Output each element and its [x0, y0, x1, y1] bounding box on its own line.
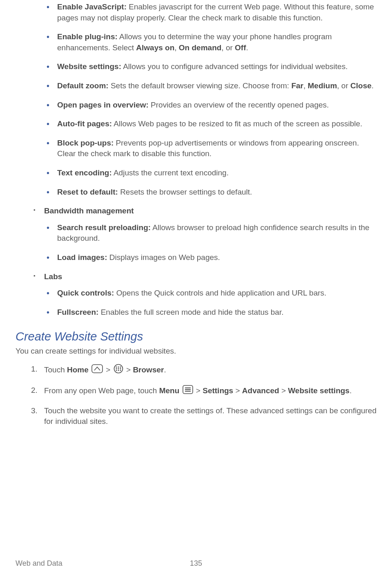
menu-icon — [183, 385, 193, 397]
item-label: Website settings: — [57, 62, 121, 71]
item-desc: Allows Web pages to be resized to fit as… — [112, 119, 362, 128]
svg-point-3 — [118, 367, 119, 368]
home-label: Home — [67, 365, 89, 374]
item-desc: Allows you to configure advanced setting… — [121, 62, 347, 71]
opt: On demand — [179, 43, 222, 52]
list-item: Search result preloading: Allows browser… — [16, 222, 376, 244]
opt: Off — [235, 43, 246, 52]
item-label: Enable plug-ins: — [57, 32, 118, 41]
list-item: Default zoom: Sets the default browser v… — [16, 81, 376, 92]
step-2: From any open Web page, touch Menu > Set… — [16, 385, 376, 397]
item-label: Enable JavaScript: — [57, 2, 127, 11]
page-content: Enable JavaScript: Enables javascript fo… — [16, 0, 376, 427]
item-label: Reset to default: — [57, 188, 118, 196]
footer-section-name: Web and Data — [16, 558, 62, 569]
item-label: Quick controls: — [57, 289, 114, 297]
website-settings-label: Website settings — [288, 386, 350, 395]
home-icon — [91, 364, 103, 376]
svg-point-6 — [118, 368, 119, 370]
footer-page-number: 135 — [190, 558, 202, 569]
svg-point-4 — [120, 367, 121, 368]
item-label: Load images: — [57, 253, 107, 262]
item-label: Open pages in overview: — [57, 101, 149, 109]
item-label: Default zoom: — [57, 81, 109, 90]
heading: Bandwidth management — [44, 206, 134, 215]
item-desc: Sets the default browser viewing size. C… — [109, 81, 292, 90]
browser-label: Browser — [133, 365, 164, 374]
labs-section: Labs — [16, 271, 376, 282]
svg-point-8 — [116, 370, 117, 371]
list-item: Auto-fit pages: Allows Web pages to be r… — [16, 119, 376, 130]
item-desc: Displays images on Web pages. — [107, 253, 220, 262]
section-intro: You can create settings for individual w… — [16, 346, 376, 357]
opt: Medium — [308, 81, 337, 90]
list-item: Block pop-ups: Prevents pop-up advertise… — [16, 138, 376, 159]
labs-list: Quick controls: Opens the Quick controls… — [16, 288, 376, 318]
opt: Always on — [136, 43, 174, 52]
svg-point-5 — [116, 368, 117, 370]
opt: Far — [291, 81, 303, 90]
svg-point-2 — [116, 367, 117, 368]
list-item: Open pages in overview: Provides an over… — [16, 100, 376, 111]
item-label: Text encoding: — [57, 168, 112, 177]
bandwidth-list: Search result preloading: Allows browser… — [16, 222, 376, 263]
item-label: Auto-fit pages: — [57, 119, 112, 128]
step-3: Touch the website you want to create the… — [16, 405, 376, 427]
svg-rect-0 — [92, 365, 102, 373]
step-1: Touch Home > > Browser. — [16, 364, 376, 377]
settings-label: Settings — [203, 386, 233, 395]
section-title: Create Website Settings — [16, 328, 376, 345]
list-item: Quick controls: Opens the Quick controls… — [16, 288, 376, 299]
opt: Close — [350, 81, 372, 90]
list-item: Enable plug-ins: Allows you to determine… — [16, 31, 376, 53]
apps-icon — [114, 364, 123, 377]
item-desc: Opens the Quick controls and hide applic… — [114, 289, 326, 297]
step-text: Touch the website you want to create the… — [44, 406, 376, 426]
item-desc: Adjusts the current text encoding. — [112, 168, 229, 177]
advanced-label: Advanced — [242, 386, 279, 395]
item-label: Search result preloading: — [57, 223, 151, 232]
bandwidth-heading-item: Bandwidth management — [16, 206, 376, 217]
list-item: Load images: Displays images on Web page… — [16, 252, 376, 263]
menu-label: Menu — [159, 386, 180, 395]
svg-point-10 — [120, 370, 121, 371]
item-desc: Resets the browser settings to default. — [118, 188, 252, 196]
steps-list: Touch Home > > Browser. From any open We… — [16, 364, 376, 427]
bandwidth-section: Bandwidth management — [16, 206, 376, 217]
svg-point-9 — [118, 370, 119, 371]
item-label: Fullscreen: — [57, 308, 98, 316]
list-item: Website settings: Allows you to configur… — [16, 61, 376, 72]
item-label: Block pop-ups: — [57, 139, 114, 147]
labs-heading-item: Labs — [16, 271, 376, 282]
list-item: Fullscreen: Enables the full screen mode… — [16, 307, 376, 318]
item-desc: Provides an overview of the recently ope… — [149, 101, 329, 109]
svg-point-7 — [120, 368, 121, 370]
heading: Labs — [44, 272, 62, 281]
advanced-list-continued: Enable JavaScript: Enables javascript fo… — [16, 2, 376, 197]
list-item: Reset to default: Resets the browser set… — [16, 187, 376, 198]
item-desc: Enables the full screen mode and hide th… — [98, 308, 283, 316]
list-item: Text encoding: Adjusts the current text … — [16, 168, 376, 179]
list-item: Enable JavaScript: Enables javascript fo… — [16, 2, 376, 23]
